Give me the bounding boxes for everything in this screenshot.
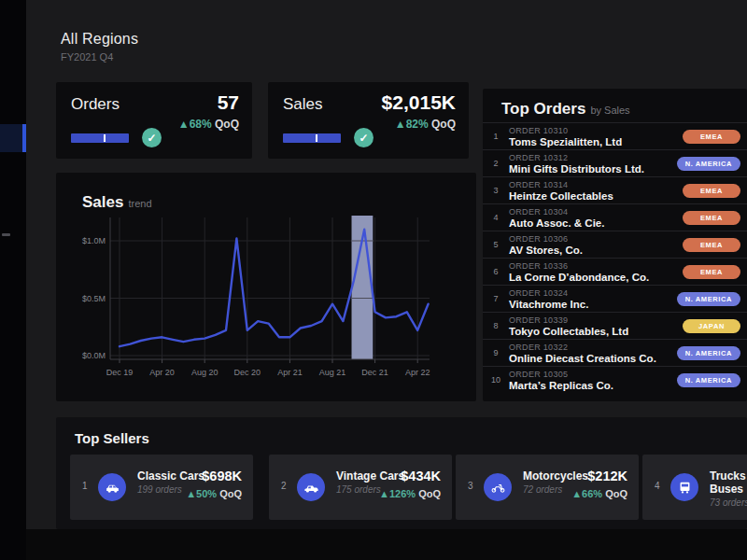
sellers-title-row: Top Sellers — [75, 430, 149, 447]
svg-text:$0.0M: $0.0M — [82, 351, 106, 360]
top-orders-list: 1ORDER 10310Toms Spezialitten, LtdEMEA2O… — [483, 122, 747, 393]
sales-trend-line — [120, 230, 429, 347]
seller-value: $434K — [401, 469, 441, 483]
up-arrow-icon: ▲ — [186, 488, 196, 499]
order-company: Marta’s Replicas Co. — [509, 380, 677, 392]
order-company: Online Diecast Creations Co. — [509, 353, 677, 365]
seller-name: Classic Cars — [137, 469, 210, 483]
order-id: ORDER 10324 — [509, 288, 677, 299]
seller-delta: ▲126% QoQ — [379, 488, 441, 499]
order-company: Auto Assoc. & Cie. — [509, 217, 683, 230]
seller-value: $698K — [202, 469, 242, 483]
check-icon[interactable]: ✓ — [354, 128, 374, 147]
orders-kpi-slider[interactable] — [71, 133, 129, 143]
order-rank: 5 — [483, 240, 509, 249]
sidebar-collapsed-item[interactable] — [2, 233, 10, 236]
bus-icon — [670, 473, 698, 501]
trend-subtitle: trend — [128, 198, 151, 209]
slider-handle[interactable] — [104, 134, 106, 142]
order-row[interactable]: 4ORDER 10304Auto Assoc. & Cie.EMEA — [483, 203, 747, 231]
svg-text:Apr 21: Apr 21 — [277, 368, 303, 377]
svg-text:Dec 21: Dec 21 — [361, 368, 388, 377]
up-arrow-icon: ▲ — [178, 118, 190, 131]
motorcycle-icon — [484, 473, 512, 501]
order-company: Mini Gifts Distributors Ltd. — [509, 163, 677, 175]
region-badge: N. AMERICA — [677, 157, 740, 171]
sales-kpi-value: $2,015K — [382, 91, 456, 114]
top-orders-panel: Top Ordersby Sales 1ORDER 10310Toms Spez… — [483, 89, 747, 401]
order-rank: 3 — [483, 186, 509, 195]
seller-orders: 175 orders — [336, 484, 381, 495]
order-company: Heintze Collectables — [509, 190, 683, 203]
region-badge: EMEA — [683, 130, 740, 144]
up-arrow-icon: ▲ — [571, 488, 582, 499]
vintage-car-icon — [297, 473, 325, 501]
seller-value: $212K — [587, 469, 627, 483]
order-company: AV Stores, Co. — [509, 245, 683, 257]
order-row[interactable]: 2ORDER 10312Mini Gifts Distributors Ltd.… — [483, 149, 747, 176]
trend-title: Sales — [82, 193, 123, 211]
svg-text:Apr 20: Apr 20 — [149, 368, 175, 377]
sellers-title: Top Sellers — [75, 430, 149, 446]
order-row[interactable]: 5ORDER 10306AV Stores, Co.EMEA — [483, 231, 747, 258]
orders-kpi-card: Orders 57 ▲68% QoQ ✓ — [56, 82, 252, 159]
page-title: All Regions — [61, 31, 138, 48]
order-rank: 4 — [483, 213, 509, 222]
seller-card[interactable]: 2Vintage Cars175 orders$434K▲126% QoQ — [269, 455, 452, 520]
order-id: ORDER 10322 — [509, 343, 677, 353]
order-rank: 10 — [483, 375, 509, 385]
order-row[interactable]: 6ORDER 10336La Corne D’abondance, Co.EME… — [483, 258, 747, 285]
seller-orders: 72 orders — [523, 484, 562, 495]
region-badge: EMEA — [683, 265, 740, 279]
seller-card[interactable]: 4Trucks and Buses73 orders — [642, 455, 747, 520]
seller-rank: 4 — [655, 481, 660, 491]
order-row[interactable]: 8ORDER 10339Tokyo Collectables, LtdJAPAN — [483, 312, 747, 339]
sales-kpi-label: Sales — [283, 95, 323, 114]
page-subtitle: FY2021 Q4 — [61, 51, 113, 63]
seller-delta: ▲66% QoQ — [571, 488, 627, 499]
up-arrow-icon: ▲ — [379, 488, 389, 499]
order-company: Vitachrome Inc. — [509, 299, 677, 311]
order-id: ORDER 10306 — [509, 234, 683, 245]
bottom-strip — [26, 529, 747, 560]
slider-handle[interactable] — [316, 134, 317, 142]
trend-title-row: Salestrend — [82, 193, 152, 212]
seller-card[interactable]: 1Classic Cars199 orders$698K▲50% QoQ — [70, 455, 253, 520]
order-row[interactable]: 1ORDER 10310Toms Spezialitten, LtdEMEA — [483, 122, 747, 149]
svg-text:Dec 19: Dec 19 — [106, 368, 134, 377]
sales-kpi-slider[interactable] — [283, 133, 341, 143]
svg-text:$0.5M: $0.5M — [82, 294, 106, 303]
order-row[interactable]: 10ORDER 10305Marta’s Replicas Co.N. AMER… — [483, 366, 747, 393]
seller-name: Vintage Cars — [336, 469, 409, 483]
order-company: Toms Spezialitten, Ltd — [509, 136, 683, 148]
svg-text:Apr 22: Apr 22 — [405, 368, 430, 377]
seller-delta: ▲50% QoQ — [186, 488, 242, 499]
seller-rank: 1 — [82, 481, 88, 491]
order-rank: 6 — [483, 267, 509, 276]
order-rank: 9 — [483, 348, 509, 357]
dashboard: All Regions FY2021 Q4 Orders 57 ▲68% QoQ… — [0, 0, 747, 560]
seller-name: Motorcycles — [523, 469, 596, 483]
order-row[interactable]: 9ORDER 10322Online Diecast Creations Co.… — [483, 339, 747, 366]
orders-title-suffix: by Sales — [590, 105, 629, 116]
seller-orders: 73 orders — [710, 497, 747, 508]
order-row[interactable]: 7ORDER 10324Vitachrome Inc.N. AMERICA — [483, 285, 747, 312]
region-badge: N. AMERICA — [677, 373, 740, 387]
sales-kpi-card: Sales $2,015K ▲82% QoQ ✓ — [268, 82, 469, 159]
order-id: ORDER 10339 — [509, 315, 683, 326]
top-sellers-panel: Top Sellers 1Classic Cars199 orders$698K… — [56, 417, 747, 529]
seller-card[interactable]: 3Motorcycles72 orders$212K▲66% QoQ — [456, 455, 639, 520]
order-id: ORDER 10305 — [509, 370, 677, 380]
orders-title: Top Orders — [501, 100, 585, 118]
order-row[interactable]: 3ORDER 10314Heintze CollectablesEMEA — [483, 176, 747, 203]
order-rank: 2 — [483, 159, 509, 168]
seller-orders: 199 orders — [137, 484, 182, 495]
order-id: ORDER 10310 — [509, 126, 683, 136]
region-badge: EMEA — [683, 184, 740, 198]
region-badge: N. AMERICA — [677, 292, 740, 306]
sidebar-active-indicator — [22, 124, 26, 152]
sidebar-active-item[interactable] — [0, 124, 26, 152]
classic-car-icon — [98, 473, 126, 501]
check-icon[interactable]: ✓ — [142, 128, 162, 147]
region-badge: JAPAN — [683, 319, 740, 333]
